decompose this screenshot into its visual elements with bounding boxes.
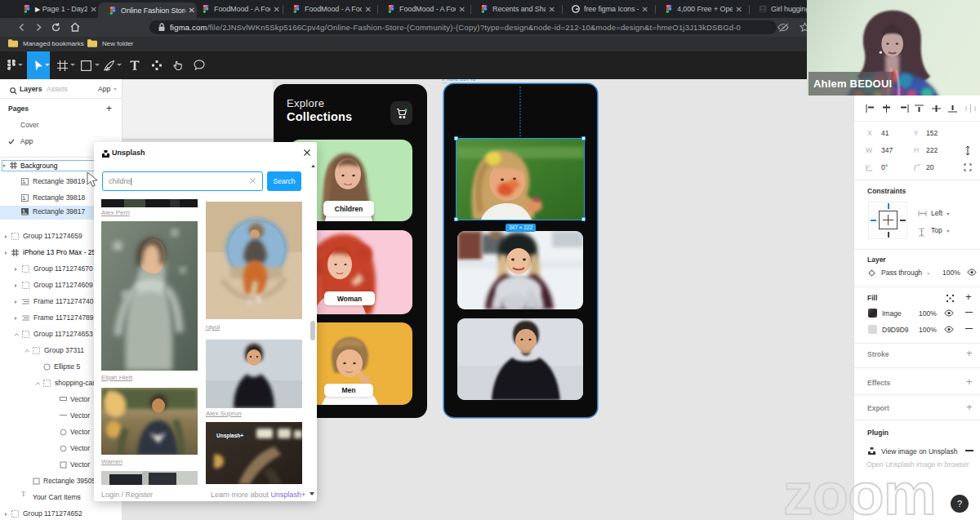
svg-text:Unsplash+: Unsplash+ [216, 433, 243, 439]
